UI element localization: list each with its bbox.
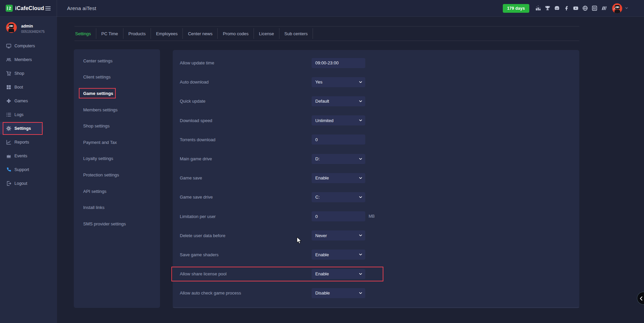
limitation-per-user-input[interactable]: 0 [312, 211, 365, 221]
game-save-select[interactable]: Enable [312, 173, 365, 183]
form-row-limitation-per-user: Limitation per user0MB [173, 207, 579, 226]
chart-icon [6, 140, 11, 145]
form-row-allow-update-time: Allow update time09:00-23:00 [173, 53, 579, 72]
sidebar-item-support[interactable]: Support [0, 163, 57, 176]
chevron-down-icon [359, 80, 363, 84]
allow-update-time-input[interactable]: 09:00-23:00 [312, 58, 365, 68]
settings-menu-item-api-settings[interactable]: API settings [74, 183, 160, 200]
hamburger-menu-icon[interactable] [45, 6, 51, 10]
settings-menu-item-sms-provider-settings[interactable]: SMS provider settings [74, 216, 160, 232]
trophy-icon[interactable] [545, 5, 550, 11]
tab-license[interactable]: License [254, 28, 279, 39]
sidebar-item-shop[interactable]: Shop [0, 66, 57, 80]
allow-auto-check-game-process-select[interactable]: Disable [312, 288, 365, 298]
form-label: Quick update [180, 99, 312, 104]
facebook-icon[interactable] [564, 5, 569, 11]
sidebar-item-label: Shop [14, 71, 24, 76]
chevron-down-icon [359, 80, 363, 85]
sidebar-item-computers[interactable]: Computers [0, 39, 57, 53]
auto-download-select[interactable]: Yes [312, 77, 365, 87]
settings-menu-label: Payment and Tax [83, 140, 117, 145]
gizmo-icon[interactable] [601, 5, 607, 11]
sidebar-item-events[interactable]: Events [0, 149, 57, 163]
logo-area: 2 iCafeCloud [0, 0, 57, 17]
chevron-down-icon [359, 99, 363, 104]
tab-products[interactable]: Products [123, 28, 151, 39]
sidebar-item-boot[interactable]: Boot [0, 80, 57, 94]
settings-menu-item-center-settings[interactable]: Center settings [74, 53, 160, 69]
settings-menu-item-client-settings[interactable]: Client settings [74, 69, 160, 86]
chevron-down-icon [359, 272, 363, 276]
form-row-auto-download: Auto downloadYes [173, 72, 579, 92]
tab-employees[interactable]: Employees [151, 28, 183, 39]
form-label: Allow auto check game process [180, 290, 312, 295]
chevron-down-icon[interactable] [625, 5, 629, 11]
sidebar-item-members[interactable]: Members [0, 53, 57, 66]
license-days-badge[interactable]: 179 days [503, 4, 529, 13]
sidebar-item-label: Boot [14, 85, 23, 90]
form-label: Game save [180, 175, 312, 180]
form-label: Download speed [180, 118, 312, 123]
sidebar-item-label: Computers [14, 44, 35, 48]
sidebar-menu: ComputersMembersShopBootGamesLogsSetting… [0, 39, 57, 190]
form-row-game-save: Game saveEnable [173, 168, 579, 187]
form-label: Allow update time [180, 60, 312, 65]
chevron-down-icon [359, 176, 363, 180]
settings-menu-item-loyalty-settings[interactable]: Loyalty settings [74, 151, 160, 167]
logout-icon [6, 181, 11, 186]
ranking-icon[interactable] [535, 5, 541, 11]
globe-icon[interactable] [582, 5, 588, 11]
select-value: Enable [315, 271, 329, 276]
windows-icon [6, 85, 11, 90]
settings-menu-item-install-links[interactable]: Install links [74, 199, 160, 216]
torrents-download-input[interactable]: 0 [312, 134, 365, 145]
sidebar-item-logs[interactable]: Logs [0, 108, 57, 121]
discord-icon [554, 5, 560, 11]
sidebar-item-label: Games [14, 99, 28, 103]
game-save-drive-select[interactable]: C: [312, 192, 365, 202]
form-row-save-game-shaders: Save game shadersEnable [173, 245, 579, 264]
tab-settings[interactable]: Settings [74, 28, 96, 39]
sidebar-item-label: Support [14, 167, 29, 172]
chevron-down-icon [359, 176, 363, 181]
download-speed-select[interactable]: Unlimited [312, 115, 365, 125]
form-row-game-save-drive: Game save driveC: [173, 187, 579, 207]
sidebar-item-logout[interactable]: Logout [0, 176, 57, 190]
chevron-down-icon [359, 99, 363, 103]
chevron-down-icon [359, 157, 363, 161]
phone-icon [6, 167, 11, 172]
settings-menu-item-payment-and-tax[interactable]: Payment and Tax [74, 134, 160, 151]
user-name: admin [21, 24, 33, 29]
tab-pc-time[interactable]: PC Time [96, 28, 123, 39]
delete-user-data-before-select[interactable]: Never [312, 230, 365, 240]
tab-promo-codes[interactable]: Promo codes [218, 28, 254, 39]
form-label: Main game drive [180, 156, 312, 161]
quick-update-select[interactable]: Default [312, 96, 365, 106]
save-game-shaders-select[interactable]: Enable [312, 250, 365, 260]
sidebar-item-games[interactable]: Games [0, 94, 57, 108]
settings-menu-item-shop-settings[interactable]: Shop settings [74, 118, 160, 134]
chevron-down-icon [359, 195, 363, 200]
sidebar-item-reports[interactable]: Reports [0, 135, 57, 149]
chevron-down-icon [359, 253, 363, 257]
crown-icon [6, 153, 11, 159]
allow-share-license-pool-select[interactable]: Enable [312, 269, 365, 279]
discord-icon[interactable] [554, 5, 560, 11]
settings-menu-item-protection-settings[interactable]: Protection settings [74, 167, 160, 183]
main-game-drive-select[interactable]: D: [312, 154, 365, 164]
gamepad-icon [6, 98, 11, 104]
icafecloud-icon[interactable] [592, 5, 597, 11]
tab-center-news[interactable]: Center news [183, 28, 218, 39]
youtube-icon[interactable] [573, 5, 579, 11]
sidebar-item-settings[interactable]: Settings [0, 121, 57, 135]
topbar-right: 179 days [503, 3, 644, 13]
tab-sub-centers[interactable]: Sub centers [279, 28, 313, 39]
user-menu[interactable] [612, 3, 629, 13]
chevron-down-icon [359, 291, 363, 295]
settings-menu-item-game-settings[interactable]: Game settings [74, 85, 160, 102]
chevron-down-icon [359, 233, 363, 237]
settings-menu-label: Protection settings [83, 172, 119, 177]
user-avatar[interactable] [612, 3, 622, 13]
settings-menu-item-members-settings[interactable]: Members settings [74, 102, 160, 118]
chevron-down-icon [359, 272, 363, 277]
